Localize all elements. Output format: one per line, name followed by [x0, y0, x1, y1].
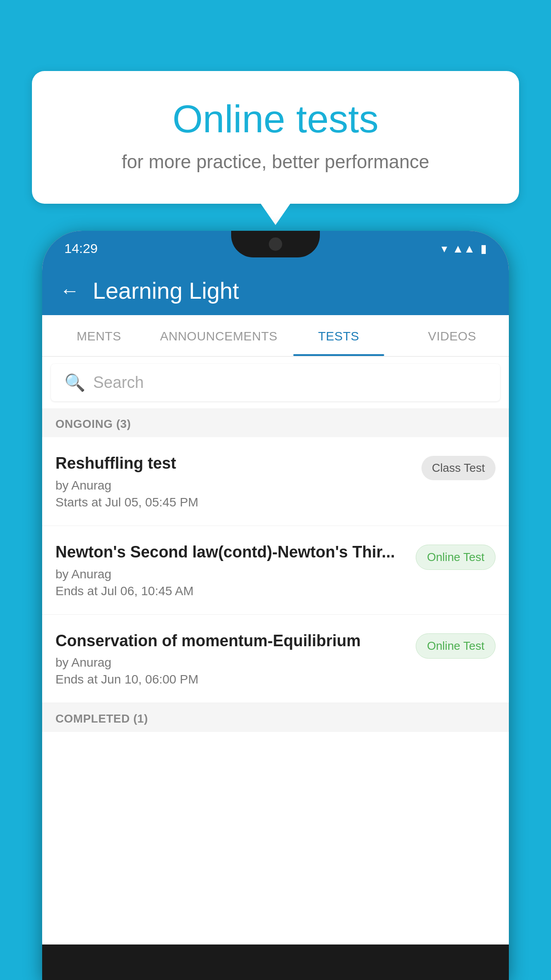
battery-icon: ▮	[480, 242, 487, 256]
tabs-container: MENTS ANNOUNCEMENTS TESTS VIDEOS	[42, 315, 509, 357]
test-info-2: Newton's Second law(contd)-Newton's Thir…	[55, 542, 407, 598]
phone-screen: 14:29 ▾ ▲▲ ▮ ← Learning Light MENTS ANNO…	[42, 231, 509, 944]
bubble-title: Online tests	[54, 98, 497, 141]
camera-icon	[269, 237, 282, 251]
tab-tests[interactable]: TESTS	[282, 315, 395, 356]
tab-announcements[interactable]: ANNOUNCEMENTS	[156, 315, 282, 356]
signal-icon: ▲▲	[453, 242, 475, 256]
test-badge-1: Class Test	[421, 456, 496, 480]
test-date-3: Ends at Jun 10, 06:00 PM	[55, 672, 407, 687]
test-title-2: Newton's Second law(contd)-Newton's Thir…	[55, 542, 407, 563]
test-info-1: Reshuffling test by Anurag Starts at Jul…	[55, 453, 413, 510]
test-badge-3: Online Test	[416, 633, 496, 659]
test-list: Reshuffling test by Anurag Starts at Jul…	[42, 437, 509, 703]
app-title: Learning Light	[93, 277, 239, 304]
app-header: ← Learning Light	[42, 266, 509, 315]
promo-card: Online tests for more practice, better p…	[32, 71, 519, 204]
test-date-2: Ends at Jul 06, 10:45 AM	[55, 584, 407, 598]
test-item-2[interactable]: Newton's Second law(contd)-Newton's Thir…	[42, 526, 509, 615]
tab-ments[interactable]: MENTS	[42, 315, 156, 356]
test-author-2: by Anurag	[55, 567, 407, 581]
status-time: 14:29	[64, 241, 98, 256]
completed-section-header: COMPLETED (1)	[42, 703, 509, 732]
phone-mockup: 14:29 ▾ ▲▲ ▮ ← Learning Light MENTS ANNO…	[42, 231, 509, 980]
test-title-1: Reshuffling test	[55, 453, 413, 474]
wifi-icon: ▾	[441, 242, 447, 256]
test-title-3: Conservation of momentum-Equilibrium	[55, 631, 407, 652]
test-item-3[interactable]: Conservation of momentum-Equilibrium by …	[42, 615, 509, 703]
search-icon: 🔍	[64, 373, 85, 392]
status-icons: ▾ ▲▲ ▮	[441, 242, 487, 256]
test-info-3: Conservation of momentum-Equilibrium by …	[55, 631, 407, 687]
scrollable-content: 🔍 Search ONGOING (3) Reshuffling test by…	[42, 357, 509, 944]
phone-notch	[231, 231, 320, 257]
bubble-subtitle: for more practice, better performance	[54, 151, 497, 173]
search-placeholder: Search	[93, 373, 144, 392]
tab-videos[interactable]: VIDEOS	[395, 315, 509, 356]
test-item-1[interactable]: Reshuffling test by Anurag Starts at Jul…	[42, 437, 509, 526]
search-bar[interactable]: 🔍 Search	[51, 364, 500, 401]
test-author-3: by Anurag	[55, 656, 407, 670]
status-bar: 14:29 ▾ ▲▲ ▮	[42, 231, 509, 266]
back-button[interactable]: ←	[60, 280, 79, 302]
test-badge-2: Online Test	[416, 545, 496, 570]
test-date-1: Starts at Jul 05, 05:45 PM	[55, 495, 413, 510]
test-author-1: by Anurag	[55, 478, 413, 493]
ongoing-section-header: ONGOING (3)	[42, 408, 509, 437]
